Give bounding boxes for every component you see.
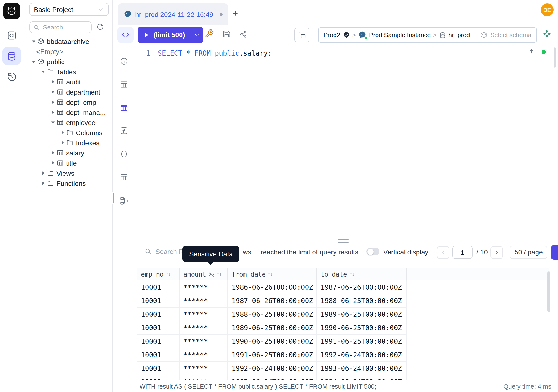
tree-item-audit[interactable]: audit [23, 77, 113, 87]
batch-query-button[interactable] [295, 27, 309, 43]
cell[interactable]: ****** [180, 307, 228, 321]
tree-item-dept-mana[interactable]: dept_mana... [23, 107, 113, 117]
caret-down-icon[interactable] [30, 59, 36, 64]
refresh-icon[interactable] [96, 23, 104, 31]
app-logo[interactable] [3, 3, 20, 19]
cell[interactable]: 10001 [137, 375, 180, 380]
tree-item-dept-emp[interactable]: dept_emp [23, 97, 113, 107]
tree-item-title[interactable]: title [23, 158, 113, 168]
column-header-emp-no[interactable]: emp_no [137, 268, 180, 280]
upload-sql-icon[interactable] [528, 48, 535, 56]
panel-resize-handle[interactable] [338, 239, 349, 243]
collapsed-side-panel-button[interactable] [551, 245, 558, 260]
caret-right-icon[interactable] [40, 171, 46, 175]
eye-off-icon[interactable] [208, 271, 214, 277]
column-header-to-date[interactable]: to_date [317, 268, 407, 280]
select-schema-button[interactable]: Select schema [475, 27, 536, 43]
cell[interactable]: 1991-06-25T00:00:00Z [317, 335, 407, 348]
tree-item-empty[interactable]: <Empty> [23, 46, 113, 56]
prev-page-button[interactable] [437, 246, 449, 259]
cell[interactable]: ****** [180, 375, 228, 380]
cell[interactable]: 10001 [137, 280, 180, 294]
caret-right-icon[interactable] [59, 140, 65, 145]
page-size-select[interactable]: 50 / page [510, 246, 548, 259]
views-panel-icon[interactable] [120, 173, 128, 182]
tree-item-columns[interactable]: Columns [23, 127, 113, 138]
info-icon[interactable] [120, 57, 128, 66]
tree-item-views[interactable]: Views [23, 168, 113, 178]
cell[interactable]: 10001 [137, 362, 180, 375]
save-button[interactable] [223, 30, 231, 38]
sensitive-table-icon[interactable] [120, 103, 128, 112]
history-nav-button[interactable] [2, 68, 21, 86]
cell[interactable]: ****** [180, 335, 228, 348]
procedures-panel-icon[interactable] [120, 150, 128, 158]
cell[interactable]: 1989-06-25T00:00:00Z [317, 307, 407, 321]
cell[interactable]: 1988-06-25T00:00:00Z [317, 294, 407, 307]
tree-item-functions[interactable]: Functions [23, 178, 113, 188]
caret-right-icon[interactable] [50, 90, 55, 94]
worksheet-nav-button[interactable] [2, 26, 21, 44]
tab-hr-prod[interactable]: hr_prod 2024-11-22 16:49 [118, 3, 228, 25]
caret-right-icon[interactable] [40, 181, 46, 185]
format-sql-button[interactable] [205, 29, 214, 38]
column-header-from-date[interactable]: from_date [228, 268, 317, 280]
database-nav-button[interactable] [2, 47, 21, 65]
sort-icon[interactable] [216, 271, 223, 277]
tree-item-department[interactable]: department [23, 87, 113, 97]
cell[interactable]: 1990-06-25T00:00:00Z [228, 335, 317, 348]
cell[interactable]: 1989-06-25T00:00:00Z [228, 321, 317, 334]
run-options-chevron-icon[interactable] [191, 26, 203, 43]
sidebar-search-input[interactable] [42, 23, 88, 31]
column-header-amount[interactable]: amount [180, 268, 228, 280]
tree-item-employee[interactable]: employee [23, 117, 113, 127]
cell[interactable]: 1992-06-24T00:00:00Z [228, 362, 317, 375]
caret-down-icon[interactable] [50, 120, 55, 125]
sql-editor[interactable]: 1 SELECT * FROM public.salary; [136, 45, 558, 241]
share-button[interactable] [239, 30, 247, 38]
cell[interactable]: 1992-06-24T00:00:00Z [317, 348, 407, 361]
tree-item-bbdataarchive[interactable]: bbdataarchive [23, 36, 113, 46]
cell[interactable]: 1987-06-26T00:00:00Z [228, 294, 317, 307]
next-page-button[interactable] [490, 246, 503, 259]
cell[interactable]: 1990-06-25T00:00:00Z [317, 321, 407, 334]
caret-right-icon[interactable] [50, 100, 55, 104]
cell[interactable]: ****** [180, 362, 228, 375]
tree-item-public[interactable]: public [23, 56, 113, 67]
cell[interactable]: 10001 [137, 307, 180, 321]
results-scrollbar[interactable] [547, 271, 550, 312]
editor-scrollbar[interactable] [554, 47, 556, 68]
cell[interactable]: 1988-06-25T00:00:00Z [228, 307, 317, 321]
cell[interactable]: ****** [180, 348, 228, 361]
caret-right-icon[interactable] [50, 151, 55, 155]
sidebar-search[interactable] [29, 21, 92, 33]
add-tab-button[interactable] [229, 7, 241, 19]
sort-icon[interactable] [349, 271, 355, 277]
cell[interactable]: 1993-06-24T00:00:00Z [228, 375, 317, 380]
sql-code-line[interactable]: SELECT * FROM public.salary; [158, 49, 272, 57]
tables-panel-icon[interactable] [120, 80, 128, 89]
cell[interactable]: 10001 [137, 321, 180, 334]
cell[interactable]: ****** [180, 321, 228, 334]
caret-right-icon[interactable] [50, 110, 55, 114]
sort-icon[interactable] [268, 271, 274, 277]
user-avatar[interactable]: DE [541, 3, 554, 17]
cell[interactable]: 10001 [137, 348, 180, 361]
tree-item-tables[interactable]: Tables [23, 67, 113, 77]
caret-right-icon[interactable] [59, 130, 65, 135]
caret-down-icon[interactable] [30, 39, 36, 44]
ai-assistant-button[interactable] [542, 29, 552, 39]
run-query-button[interactable]: (limit 500) [138, 26, 203, 43]
sql-mode-button[interactable] [117, 26, 134, 43]
schema-diagram-panel-icon[interactable] [120, 196, 128, 205]
cell[interactable]: ****** [180, 294, 228, 307]
functions-panel-icon[interactable] [120, 126, 128, 135]
connection-path[interactable]: Prod2 > Prod Sample Instance > hr_prod [319, 27, 475, 43]
vertical-display-toggle[interactable] [366, 248, 379, 255]
cell[interactable]: ****** [180, 280, 228, 294]
caret-right-icon[interactable] [50, 161, 55, 165]
page-number-input[interactable] [452, 246, 472, 259]
cell[interactable]: 1993-06-24T00:00:00Z [317, 362, 407, 375]
cell[interactable]: 1986-06-26T00:00:00Z [228, 280, 317, 294]
cell[interactable]: 1991-06-25T00:00:00Z [228, 348, 317, 361]
